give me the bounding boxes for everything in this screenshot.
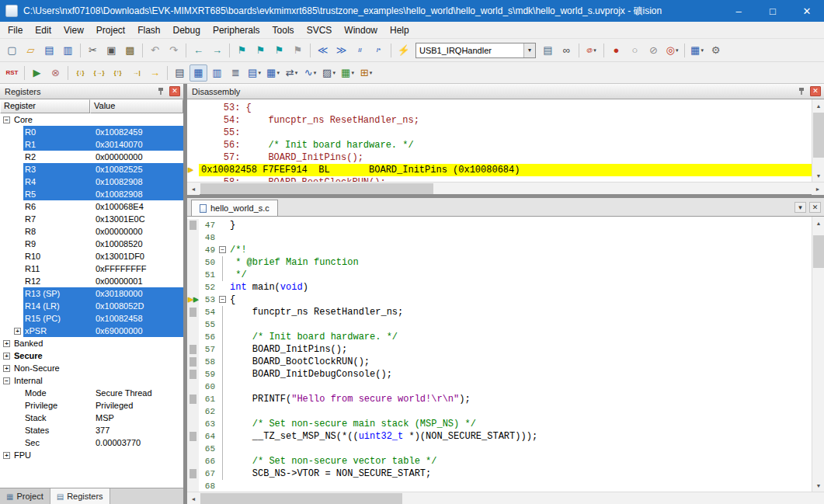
register-row-xpsr[interactable]: +xPSR0x69000000 bbox=[0, 325, 183, 337]
find-next-icon[interactable]: ▤ bbox=[539, 42, 557, 59]
register-row-privilege[interactable]: PrivilegePrivileged bbox=[0, 399, 183, 412]
register-row-internal[interactable]: −Internal bbox=[0, 374, 183, 387]
close-document-button[interactable]: ✕ bbox=[809, 202, 821, 213]
editor-line[interactable]: 59 BOARD_InitDebugConsole(); bbox=[187, 368, 812, 381]
memory-window-icon[interactable]: ▦▾ bbox=[264, 64, 282, 82]
disassembly-margin[interactable] bbox=[187, 139, 199, 151]
paste-icon[interactable]: ▩ bbox=[121, 42, 139, 59]
register-row-fpu[interactable]: +FPU bbox=[0, 449, 183, 461]
chevron-down-icon[interactable]: ▾ bbox=[258, 70, 261, 76]
navigate-forward-icon[interactable]: → bbox=[208, 42, 226, 59]
editor-line[interactable]: 56 /* Init board hardware. */ bbox=[187, 331, 812, 343]
scroll-left-button[interactable]: ◄ bbox=[187, 492, 200, 504]
step-over-icon[interactable]: {→} bbox=[90, 64, 108, 82]
function-select[interactable]: USB1_IRQHandler▾ bbox=[415, 43, 536, 58]
scrollbar-thumb[interactable] bbox=[200, 183, 433, 194]
serial-window-icon[interactable]: ⇄▾ bbox=[283, 64, 301, 82]
tree-expander[interactable]: + bbox=[0, 452, 12, 459]
scrollbar-track[interactable] bbox=[403, 492, 812, 504]
toggle-bookmark-icon[interactable]: ⚑ bbox=[233, 42, 251, 59]
breakpoint-margin[interactable] bbox=[187, 381, 199, 393]
breakpoint-margin[interactable] bbox=[187, 418, 199, 430]
register-row-r0[interactable]: R00x10082459 bbox=[0, 126, 183, 138]
disassembly-vertical-scrollbar[interactable]: ▲ ▼ bbox=[812, 99, 824, 182]
disassembly-line[interactable]: 57: BOARD_InitPins(); bbox=[187, 151, 812, 164]
editor-line[interactable]: 50 * @brief Main function bbox=[187, 256, 812, 269]
step-into-icon[interactable]: {↓} bbox=[71, 64, 89, 82]
expand-icon[interactable]: + bbox=[3, 365, 10, 372]
menu-edit[interactable]: Edit bbox=[29, 23, 57, 37]
register-column-header[interactable]: Register bbox=[0, 99, 90, 113]
navigate-back-icon[interactable]: ← bbox=[189, 42, 207, 59]
close-panel-button[interactable]: ✕ bbox=[810, 86, 821, 96]
register-row-r13-sp[interactable]: R13 (SP)0x30180000 bbox=[0, 287, 183, 300]
scrollbar-thumb[interactable] bbox=[200, 493, 402, 504]
chevron-down-icon[interactable]: ▾ bbox=[351, 70, 354, 76]
disassembly-line[interactable]: 53: { bbox=[187, 102, 812, 114]
window-layout-icon[interactable]: ▦▾ bbox=[688, 42, 706, 59]
chevron-down-icon[interactable]: ▾ bbox=[332, 70, 336, 76]
register-row-mode[interactable]: ModeSecure Thread bbox=[0, 387, 183, 399]
register-row-r2[interactable]: R20x00000000 bbox=[0, 151, 183, 163]
outdent-icon[interactable]: ≪ bbox=[314, 42, 332, 59]
tab-registers[interactable]: ▤ Registers bbox=[50, 488, 110, 504]
tree-expander[interactable]: + bbox=[0, 340, 12, 347]
menu-debug[interactable]: Debug bbox=[167, 23, 207, 37]
breakpoint-margin[interactable] bbox=[187, 231, 199, 244]
editor-line[interactable]: 64 __TZ_set_MSP_NS(*((uint32_t *)(NON_SE… bbox=[187, 430, 812, 443]
breakpoint-margin[interactable]: ▶▶ bbox=[187, 294, 199, 306]
breakpoint-margin[interactable] bbox=[187, 356, 199, 368]
menu-file[interactable]: File bbox=[2, 23, 29, 37]
menu-tools[interactable]: Tools bbox=[266, 23, 301, 37]
menu-flash[interactable]: Flash bbox=[131, 23, 166, 37]
menu-peripherals[interactable]: Peripherals bbox=[207, 23, 266, 37]
editor-horizontal-scrollbar[interactable]: ◄ bbox=[187, 492, 824, 504]
menu-svcs[interactable]: SVCS bbox=[301, 23, 339, 37]
redo-icon[interactable]: ↷ bbox=[165, 42, 183, 59]
register-row-core[interactable]: −Core bbox=[0, 113, 183, 126]
editor-line[interactable]: 61 PRINTF("Hello from secure world!\r\n"… bbox=[187, 393, 812, 405]
scrollbar-track[interactable] bbox=[812, 158, 824, 169]
breakpoint-margin[interactable] bbox=[187, 393, 199, 405]
fold-margin[interactable]: − bbox=[218, 294, 228, 306]
breakpoint-margin[interactable] bbox=[187, 281, 199, 294]
scroll-up-button[interactable]: ▲ bbox=[812, 217, 824, 229]
register-row-r4[interactable]: R40x10082908 bbox=[0, 176, 183, 188]
editor-line[interactable]: 60 bbox=[187, 381, 812, 393]
flash-download-icon[interactable]: ⚡ bbox=[395, 42, 412, 59]
editor-line[interactable]: 49−/*! bbox=[187, 244, 812, 256]
editor-line[interactable]: 66 /* Set non-secure vector table */ bbox=[187, 455, 812, 468]
scrollbar-track[interactable] bbox=[812, 269, 824, 479]
menu-help[interactable]: Help bbox=[384, 23, 415, 37]
chevron-down-icon[interactable]: ▾ bbox=[276, 70, 280, 76]
breakpoint-margin[interactable] bbox=[187, 368, 199, 381]
tree-expander[interactable]: + bbox=[0, 328, 23, 335]
scroll-down-button[interactable]: ▼ bbox=[812, 479, 824, 492]
system-viewer-icon[interactable]: ▦▾ bbox=[339, 64, 356, 82]
symbols-window-icon[interactable]: ▥ bbox=[208, 64, 226, 82]
scroll-right-button[interactable]: ► bbox=[812, 182, 824, 195]
editor-vertical-scrollbar[interactable]: ▲ ▼ bbox=[812, 217, 824, 492]
save-all-icon[interactable]: ▥ bbox=[59, 42, 77, 59]
pin-icon[interactable] bbox=[796, 86, 807, 97]
disassembly-margin[interactable] bbox=[187, 127, 199, 139]
editor-line[interactable]: 48 bbox=[187, 231, 812, 244]
fold-margin[interactable]: − bbox=[218, 244, 228, 256]
stop-icon[interactable]: ⊗ bbox=[47, 64, 64, 82]
scrollbar-thumb[interactable] bbox=[813, 113, 824, 158]
editor-line[interactable]: 55 bbox=[187, 318, 812, 331]
document-list-button[interactable]: ▾ bbox=[794, 202, 806, 213]
breakpoint-margin[interactable] bbox=[187, 306, 199, 318]
copy-icon[interactable]: ▣ bbox=[103, 42, 120, 59]
expand-icon[interactable]: + bbox=[3, 452, 10, 459]
breakpoint-margin[interactable] bbox=[187, 343, 199, 356]
save-icon[interactable]: ▤ bbox=[40, 42, 58, 59]
breakpoint-margin[interactable] bbox=[187, 443, 199, 455]
cut-icon[interactable]: ✂ bbox=[84, 42, 102, 59]
minimize-button[interactable]: – bbox=[721, 0, 756, 22]
uncomment-icon[interactable]: /* bbox=[370, 42, 388, 59]
chevron-down-icon[interactable]: ▾ bbox=[295, 70, 298, 76]
chevron-down-icon[interactable]: ▾ bbox=[370, 70, 373, 76]
register-row-r10[interactable]: R100x13001DF0 bbox=[0, 250, 183, 262]
new-file-icon[interactable]: ▢ bbox=[3, 42, 21, 59]
